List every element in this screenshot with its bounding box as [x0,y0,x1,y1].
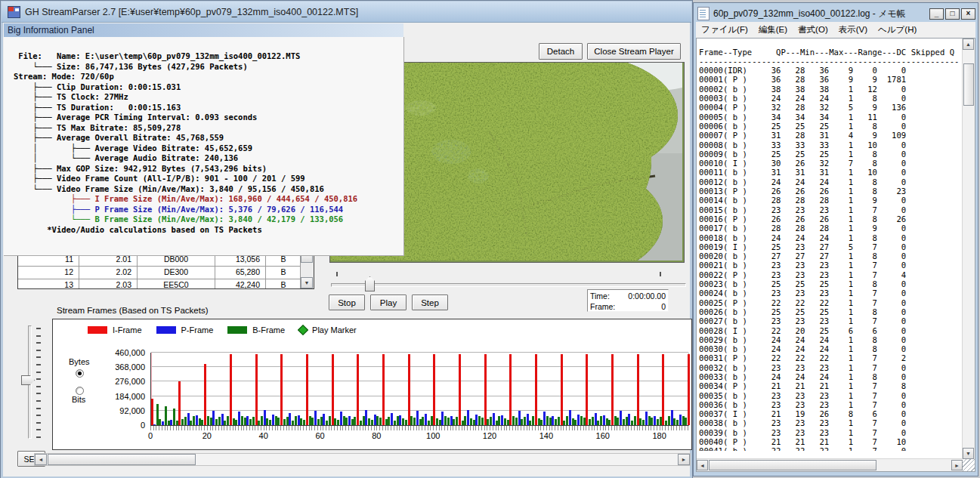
bar-b-frame [529,421,531,425]
scroll-thumb[interactable] [48,454,196,465]
notepad-horizontal-scrollbar[interactable]: ◄ ► [697,458,963,471]
gridline [151,352,688,353]
bar-i-frame [637,354,639,425]
menu-item-2[interactable]: 書式(O) [793,24,833,35]
bar-p-frame [374,415,376,425]
table-cell: B [266,279,301,289]
bar-p-frame [238,412,240,425]
stream-info-line: ├─── TS Duration: 0:00:15.163 [14,103,403,113]
legend-item: P-Frame [156,325,214,335]
big-information-panel-header[interactable]: Big Information Panel [4,23,403,37]
bar-p-frame [246,416,249,426]
close-button[interactable]: × [961,8,975,20]
bar-p-frame [595,413,597,425]
bar-i-frame [230,354,232,425]
bar-p-frame [493,413,495,425]
bar-b-frame [490,417,492,425]
minimize-button[interactable]: _ [929,8,944,20]
y-tick-label: 184,000 [98,392,145,401]
menu-item-1[interactable]: 編集(E) [753,24,793,35]
scroll-down-icon[interactable]: ▼ [301,277,313,288]
bar-p-frame [425,414,427,425]
bar-b-frame [266,418,268,425]
bar-i-frame [178,381,181,425]
close-stream-player-button[interactable]: Close Stream Player [587,43,681,60]
seek-slider-track[interactable] [331,283,686,287]
stream-info-text: File: Name: E:\user\temp\60p_pv079_132mm… [14,51,403,235]
notepad-title-bar[interactable]: 60p_pv079_132mm_iso400_00122.log - メモ帳 _… [696,5,975,22]
bar-p-frame [467,410,469,425]
zoom-slider-thumb[interactable] [21,375,35,385]
bar-b-frame [623,419,625,425]
title-bar[interactable]: GH StreamParser 2.7 [E:¥user¥temp¥60p_pv… [2,2,691,23]
bar-b-frame [258,421,260,425]
bar-p-frame [348,416,351,426]
bar-b-frame [413,418,416,425]
scroll-down-icon[interactable]: ▼ [963,448,974,459]
bar-p-frame [654,416,656,426]
zoom-slider-tick [36,393,41,394]
bits-radio[interactable] [76,387,84,395]
resize-grip[interactable] [963,459,975,471]
scroll-left-icon[interactable]: ◄ [697,460,708,470]
stop-button[interactable]: Stop [329,295,365,310]
table-cell: 13 [18,279,79,289]
bar-b-frame [419,419,422,425]
packet-table-scrollbar[interactable]: ▼ [300,254,314,288]
bytes-radio[interactable] [76,369,84,378]
log-text[interactable]: Frame--Type QP---Min---Max---Range---DC … [699,48,962,452]
bar-b-frame [657,419,659,425]
notepad-text-area[interactable]: Frame--Type QP---Min---Max---Range---DC … [696,38,975,472]
x-tick-label: 140 [536,431,557,440]
notepad-vertical-scrollbar[interactable]: ▲ ▼ [962,39,975,459]
bar-b-frame [218,417,221,425]
bar-p-frame [543,412,546,425]
bar-b-frame [405,420,407,425]
seek-slider-thumb[interactable] [365,276,375,291]
bar-b-frame [428,421,430,425]
chart-horizontal-scrollbar[interactable]: ◄ ► [34,453,691,466]
bar-b-frame [504,418,506,425]
zoom-slider-tick [36,400,41,402]
legend-swatch [88,326,107,334]
maximize-button[interactable]: □ [945,8,960,20]
bar-b-frame [385,419,388,425]
bar-b-frame [478,416,481,425]
play-button[interactable]: Play [370,295,407,310]
step-button[interactable]: Step [412,295,448,310]
scroll-right-icon[interactable]: ► [678,454,690,465]
table-cell: DE300 [138,267,215,279]
table-row[interactable]: 132.03EE5C042,240B [18,279,314,289]
menu-item-4[interactable]: ヘルプ(H) [873,24,922,35]
bar-b-frame [487,419,489,425]
scroll-left-icon[interactable]: ◄ [35,454,47,465]
scroll-right-icon[interactable]: ► [951,460,963,470]
table-cell: 65,280 [215,267,266,279]
bar-b-frame [521,419,523,425]
stream-info-line: ├─── Average PCR Timing Interval: 0.093 … [14,113,403,123]
table-row[interactable]: 122.02DE30065,280B [18,267,314,279]
packet-table[interactable]: 112.01DB00013,056B122.02DE30065,280B132.… [17,253,314,289]
bar-b-frame [165,406,167,425]
stream-info-line: │ └─── Average Audio Bitrate: 240,136 [14,153,403,164]
bar-p-frame [399,415,401,425]
menu-item-3[interactable]: 表示(V) [833,24,873,35]
bar-b-frame [181,419,184,425]
bar-b-frame [470,418,472,425]
bar-i-frame [662,354,664,425]
bar-b-frame [343,416,345,425]
scroll-thumb[interactable] [963,63,974,106]
detach-button[interactable]: Detach [539,43,583,60]
bar-i-frame [280,354,283,425]
y-tick-label: 92,000 [98,406,145,415]
bar-p-frame [196,415,198,425]
scroll-up-icon[interactable]: ▲ [963,39,974,50]
bar-b-frame [507,420,509,425]
scroll-thumb[interactable] [709,460,876,470]
bar-p-frame [314,411,317,425]
bar-b-frame [439,420,441,425]
bar-b-frame [498,416,500,426]
frame-label: Frame: [590,301,615,312]
bar-p-frame [416,411,419,425]
menu-item-0[interactable]: ファイル(F) [696,24,753,35]
